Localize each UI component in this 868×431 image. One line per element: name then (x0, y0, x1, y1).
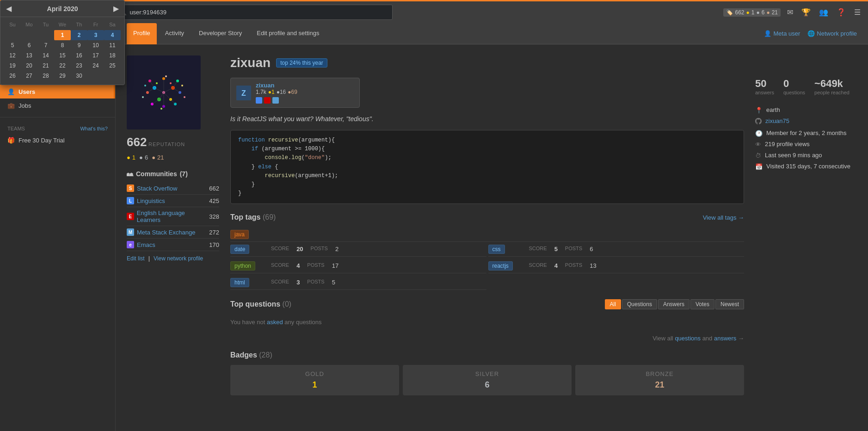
cal-day-7[interactable]: 7 (37, 40, 54, 50)
cal-day-14[interactable]: 14 (37, 50, 54, 61)
tab-activity[interactable]: Activity (159, 23, 191, 44)
network-icon: 🌐 (807, 30, 815, 37)
community-meta-name: Meta Stack Exchange (137, 229, 195, 236)
cal-day-6[interactable]: 6 (21, 40, 37, 50)
badges-title: Badges (28) (230, 351, 272, 359)
questions-stat: 0 questions (783, 78, 805, 95)
reactjs-score-val: 4 (554, 262, 558, 269)
cal-day-28[interactable]: 28 (37, 71, 54, 81)
github-link[interactable]: zixuan75 (765, 117, 789, 124)
cal-day-1[interactable]: 1 (54, 30, 71, 40)
calendar-next-btn[interactable]: ▶ (113, 4, 119, 13)
css-posts-val: 6 (590, 246, 593, 252)
flair-username[interactable]: zixuan (256, 82, 297, 89)
cal-day-3[interactable]: 3 (87, 30, 104, 40)
tag-row-python: python SCORE 4 POSTS 17 (230, 259, 486, 273)
tab-right-links: 👤 Meta user 🌐 Network profile (764, 30, 857, 37)
top-questions-title: Top questions (0) (230, 300, 291, 308)
cal-day-26[interactable]: 26 (4, 71, 21, 81)
filter-answers-btn[interactable]: Answers (658, 299, 689, 309)
search-input[interactable] (129, 9, 388, 16)
cal-day-29[interactable]: 29 (54, 71, 71, 81)
cal-day-22[interactable]: 22 (54, 61, 71, 71)
view-questions-link[interactable]: questions (675, 335, 701, 342)
cal-day-9[interactable]: 9 (71, 40, 87, 50)
sidebar-item-jobs[interactable]: 💼 Jobs (0, 99, 115, 112)
tab-developer-story[interactable]: Developer Story (192, 23, 248, 44)
bronze-cat-title: BRONZE (581, 370, 739, 377)
cal-day-15[interactable]: 15 (54, 50, 71, 61)
tag-python[interactable]: python (230, 261, 255, 271)
edit-list-btn[interactable]: Edit list (127, 255, 145, 262)
cal-day-17[interactable]: 17 (87, 50, 104, 61)
community-meta-link[interactable]: M Meta Stack Exchange (127, 228, 195, 236)
community-emacs-link[interactable]: e Emacs (127, 241, 155, 248)
community-meta: M Meta Stack Exchange 272 (127, 226, 219, 239)
hamburger-icon[interactable]: ☰ (852, 6, 862, 18)
info-last-seen: ⏱ Last seen 9 mins ago (755, 150, 857, 161)
tag-java[interactable]: java (230, 230, 249, 239)
filter-votes-btn[interactable]: Votes (690, 299, 714, 309)
tag-reactjs[interactable]: reactjs (488, 261, 513, 271)
view-network-btn[interactable]: View network profile (154, 255, 203, 262)
whats-this-link[interactable]: What's this? (80, 126, 108, 131)
content-with-sidebar: Z zixuan 1.7k ●1 ●16 ●69 (230, 78, 857, 395)
sidebar-item-users[interactable]: 👤 Users (0, 85, 115, 99)
cal-day-8[interactable]: 8 (54, 40, 71, 50)
cal-day-10[interactable]: 10 (87, 40, 104, 50)
help-icon[interactable]: ❓ (835, 6, 848, 18)
silver-cat-count: 6 (408, 380, 566, 390)
cal-day-21[interactable]: 21 (37, 61, 54, 71)
filter-all-btn[interactable]: All (605, 299, 621, 309)
cal-day-13[interactable]: 13 (21, 50, 37, 61)
cal-day-25[interactable]: 25 (104, 61, 121, 71)
tag-date[interactable]: date (230, 245, 249, 254)
cal-day-23[interactable]: 23 (71, 61, 87, 71)
cal-day-5[interactable]: 5 (4, 40, 21, 50)
reputation-badge[interactable]: 🏷️ 662 ● 1 ● 6 ● 21 (723, 8, 781, 17)
reputation-display: 662 REPUTATION (127, 135, 219, 149)
cal-day-19[interactable]: 19 (4, 61, 21, 71)
cal-day-12[interactable]: 12 (4, 50, 21, 61)
cal-day-4[interactable]: 4 (104, 30, 121, 40)
asked-link[interactable]: asked (267, 319, 283, 326)
cal-day-30[interactable]: 30 (71, 71, 87, 81)
cal-day-27[interactable]: 27 (21, 71, 37, 81)
cal-day-20[interactable]: 20 (21, 61, 37, 71)
review-icon[interactable]: 👥 (817, 6, 830, 18)
achievements-icon[interactable]: 🏆 (800, 6, 813, 18)
search-bar[interactable]: 🔍 (115, 5, 393, 20)
tag-html[interactable]: html (230, 278, 249, 287)
cal-day-2[interactable]: 2 (71, 30, 87, 40)
svg-point-27 (184, 96, 185, 98)
filter-questions-btn[interactable]: Questions (622, 299, 657, 309)
top-tags-title: Top tags (69) (230, 213, 276, 222)
view-answers-link[interactable]: answers (714, 335, 736, 342)
view-all-tags-link[interactable]: View all tags → (703, 214, 744, 221)
inbox-icon[interactable]: ✉ (785, 6, 795, 18)
calendar-prev-btn[interactable]: ◀ (6, 4, 12, 13)
sidebar-item-free-trial[interactable]: 🎁 Free 30 Day Trial (0, 133, 115, 147)
cal-day-16[interactable]: 16 (71, 50, 87, 61)
community-so-name: Stack Overflow (137, 185, 177, 192)
community-ling-link[interactable]: L Linguistics (127, 197, 165, 204)
tag-css[interactable]: css (488, 245, 505, 254)
cal-day-11[interactable]: 11 (104, 40, 121, 50)
code-line-3: console.log("done"); (238, 154, 736, 162)
date-score-val: 20 (296, 246, 303, 252)
filter-newest-btn[interactable]: Newest (715, 299, 744, 309)
tab-edit[interactable]: Edit profile and settings (250, 23, 326, 44)
community-so-link[interactable]: S Stack Overflow (127, 185, 177, 192)
day-hdr-sa: Sa (104, 21, 121, 28)
community-ell-link[interactable]: E English Language Learners (127, 209, 209, 223)
bronze-cat-count: 21 (581, 380, 739, 390)
communities-section: 🏘 Communities (7) S Stack Overflow 662 (127, 170, 219, 262)
tab-profile[interactable]: Profile (127, 23, 157, 44)
network-profile-link[interactable]: 🌐 Network profile (807, 30, 857, 37)
meta-user-link[interactable]: 👤 Meta user (764, 30, 800, 37)
top-pct-badge: top 24% this year (276, 58, 327, 68)
visited-text: Visited 315 days, 7 consecutive (766, 163, 850, 170)
cal-day-18[interactable]: 18 (104, 50, 121, 61)
cal-day-24[interactable]: 24 (87, 61, 104, 71)
location-text: earth (766, 106, 780, 113)
